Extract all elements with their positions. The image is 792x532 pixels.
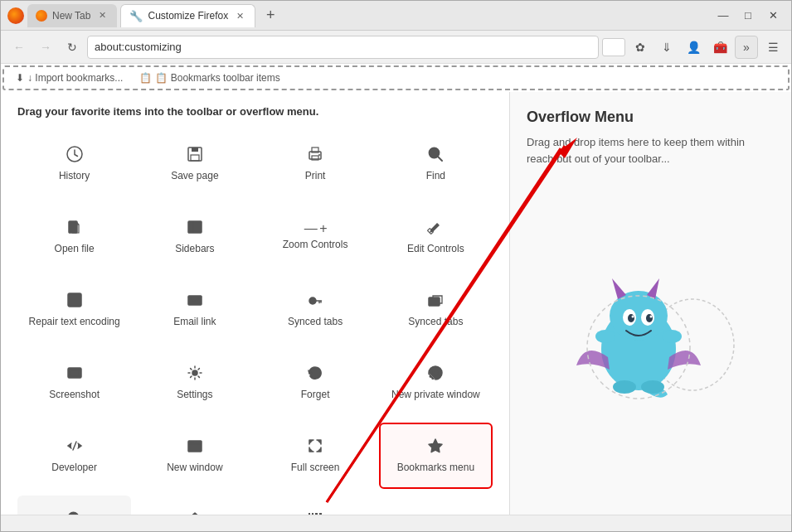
- tab-customize[interactable]: 🔧 Customize Firefox ✕: [120, 4, 255, 27]
- new-window-label: New window: [167, 462, 222, 475]
- overflow-menu-description: Drag and drop items here to keep them wi…: [527, 134, 775, 167]
- svg-marker-39: [612, 278, 626, 299]
- svg-point-20: [192, 370, 197, 375]
- toolbar-item-passwords[interactable]: Synced tabs: [259, 277, 372, 343]
- toolbar-item-sidebars[interactable]: Sidebars: [138, 204, 251, 270]
- developer-label: Developer: [51, 462, 97, 475]
- downloads-button[interactable]: ⇓: [655, 36, 678, 59]
- svg-point-50: [641, 380, 664, 394]
- address-bar[interactable]: about:customizing: [87, 36, 599, 59]
- sidebars-icon: [186, 218, 204, 239]
- bookmarks-toolbar-icon: 📋: [139, 72, 152, 84]
- new-private-window-label: New private window: [391, 389, 480, 402]
- settings-label: Settings: [177, 389, 212, 402]
- full-screen-icon: [306, 437, 324, 458]
- toolbar-item-settings[interactable]: Settings: [138, 350, 251, 416]
- toolbar-item-full-screen[interactable]: Full screen: [259, 423, 372, 489]
- extensions-button[interactable]: 🧰: [708, 36, 731, 59]
- find-icon: [426, 145, 445, 167]
- import-bookmarks-label: ↓ Import bookmarks...: [27, 72, 123, 84]
- close-button[interactable]: ✕: [761, 4, 785, 27]
- svg-rect-11: [188, 221, 202, 233]
- main-content: Drag your favorite items into the toolba…: [1, 92, 791, 515]
- svg-point-27: [68, 513, 78, 515]
- email-link-label: Email link: [173, 316, 216, 329]
- open-file-icon: [66, 218, 84, 239]
- edit-controls-icon: [426, 218, 445, 239]
- forward-button[interactable]: →: [34, 36, 57, 59]
- svg-rect-19: [70, 370, 79, 375]
- svg-rect-32: [312, 513, 313, 515]
- print-label: Print: [305, 170, 326, 183]
- minimize-button[interactable]: —: [712, 4, 735, 27]
- toolbar-item-edit-controls[interactable]: Edit Controls: [379, 204, 493, 270]
- svg-point-47: [595, 330, 615, 343]
- back-button[interactable]: ←: [7, 36, 31, 59]
- forget-icon: [306, 364, 324, 385]
- toolbar-item-library[interactable]: Library: [259, 496, 372, 515]
- svg-marker-26: [429, 439, 442, 452]
- synced-tabs-label: Synced tabs: [408, 316, 463, 329]
- toolbar-item-history[interactable]: History: [17, 131, 131, 197]
- toolbar-item-developer[interactable]: Developer: [17, 423, 131, 489]
- svg-rect-17: [429, 297, 440, 306]
- svg-rect-31: [309, 513, 310, 515]
- tab-customize-label: Customize Firefox: [148, 10, 228, 22]
- bookmarks-bar: ⬇ ↓ Import bookmarks... 📋 📋 Bookmarks to…: [2, 65, 790, 90]
- svg-point-48: [662, 330, 682, 343]
- screenshot-label: Screenshot: [49, 389, 100, 402]
- tab-new-tab-close[interactable]: ✕: [95, 9, 109, 22]
- overflow-monster-illustration: [560, 274, 742, 407]
- zoom-controls-label: Zoom Controls: [283, 239, 348, 252]
- toolbar-item-new-window[interactable]: New window: [138, 423, 251, 489]
- hamburger-menu-button[interactable]: ☰: [761, 36, 785, 59]
- bookmarks-toolbar-items-button[interactable]: 📋 📋 Bookmarks toolbar items: [134, 70, 284, 85]
- synced-tabs-icon: [426, 291, 445, 312]
- svg-rect-2: [192, 148, 198, 152]
- tab-customize-close[interactable]: ✕: [233, 9, 246, 22]
- overflow-menu-button[interactable]: »: [735, 36, 758, 59]
- pocket-button[interactable]: ✿: [629, 36, 652, 59]
- reload-button[interactable]: ↻: [61, 36, 84, 59]
- toolbar-item-print[interactable]: Print: [259, 131, 372, 197]
- new-tab-button[interactable]: +: [259, 4, 282, 27]
- tab-new-tab-label: New Tab: [52, 10, 90, 22]
- toolbar-item-screenshot[interactable]: Screenshot: [17, 350, 131, 416]
- toolbar-item-open-file[interactable]: Open file: [17, 204, 131, 270]
- toolbar-item-repair-text[interactable]: Repair text encoding: [17, 277, 131, 343]
- toolbar-items-grid: History Save page Print: [17, 131, 493, 515]
- toolbar-item-synced-tabs[interactable]: Synced tabs: [379, 277, 493, 343]
- open-file-label: Open file: [55, 243, 95, 256]
- toolbar-item-home[interactable]: Home: [138, 496, 251, 515]
- import-bookmarks-button[interactable]: ⬇ ↓ Import bookmarks...: [11, 70, 128, 85]
- new-window-icon: [186, 437, 204, 458]
- toolbar-item-zoom-controls[interactable]: — + Zoom Controls: [259, 204, 372, 270]
- status-bar: [1, 515, 791, 531]
- svg-point-21: [433, 370, 438, 375]
- maximize-button[interactable]: □: [736, 4, 760, 27]
- passwords-icon: [306, 291, 324, 312]
- history-label: History: [59, 170, 90, 183]
- library-icon: [306, 510, 324, 515]
- svg-rect-33: [315, 513, 318, 515]
- history-icon: [66, 145, 84, 167]
- toolbar-item-flexible-space[interactable]: Flexible Space: [379, 496, 493, 515]
- toolbar-item-search[interactable]: Search: [17, 496, 131, 515]
- account-button[interactable]: 👤: [682, 36, 705, 59]
- window-controls: — □ ✕: [712, 4, 785, 27]
- toolbar-item-new-private-window[interactable]: New private window: [379, 350, 493, 416]
- toolbar-item-save-page[interactable]: Save page: [138, 131, 251, 197]
- svg-point-43: [628, 314, 634, 322]
- toolbar-item-find[interactable]: Find: [379, 131, 493, 197]
- svg-point-49: [613, 380, 636, 394]
- toolbar-item-bookmarks-menu[interactable]: Bookmarks menu: [379, 423, 493, 489]
- titlebar: New Tab ✕ 🔧 Customize Firefox ✕ + — □ ✕: [1, 1, 791, 31]
- svg-point-45: [631, 316, 634, 318]
- toolbar-item-email-link[interactable]: Email link: [138, 277, 251, 343]
- browser-window: New Tab ✕ 🔧 Customize Firefox ✕ + — □ ✕ …: [0, 0, 792, 532]
- toolbar-item-forget[interactable]: Forget: [259, 350, 372, 416]
- new-tab-favicon-icon: [36, 10, 47, 22]
- import-icon: ⬇: [16, 72, 24, 84]
- tab-new-tab[interactable]: New Tab ✕: [27, 4, 117, 27]
- address-text: about:customizing: [95, 41, 182, 53]
